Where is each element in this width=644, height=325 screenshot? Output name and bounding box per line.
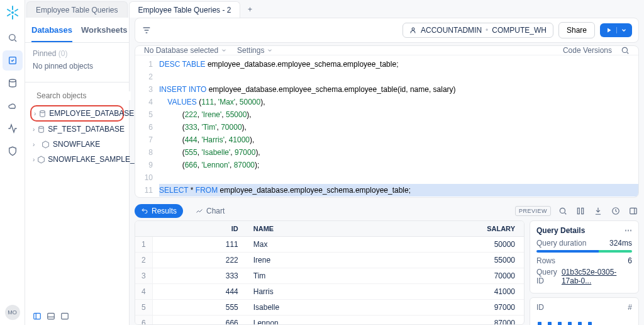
panel-bottom-icon[interactable]	[47, 312, 55, 321]
chart-icon	[196, 207, 203, 215]
panel-icon[interactable]	[60, 312, 69, 321]
worksheets-icon[interactable]	[3, 50, 23, 71]
databases-icon[interactable]	[3, 73, 23, 93]
columns-icon[interactable]	[575, 205, 586, 217]
query-id-link[interactable]: 01b3c52e-0305-17ab-0...	[562, 268, 632, 285]
snowflake-logo	[5, 5, 20, 20]
filter-icon[interactable]	[142, 25, 152, 35]
svg-rect-16	[62, 313, 69, 319]
search-icon[interactable]	[621, 46, 630, 55]
settings-select[interactable]: Settings	[237, 46, 273, 55]
footer-icons	[25, 310, 69, 322]
svg-point-6	[39, 126, 44, 128]
tab-chart[interactable]: Chart	[189, 204, 231, 218]
pinned-label: Pinned (0)	[33, 49, 121, 58]
nav-rail: MO	[0, 0, 25, 325]
query-details-card: Query Details⋯ Query duration324ms Rows6…	[530, 220, 639, 294]
search-icon[interactable]	[557, 205, 569, 217]
sql-editor[interactable]: 123456789101112 DESC TABLE employee_data…	[135, 55, 638, 198]
results-grid[interactable]: IDNAMESALARY1111Max500002222Irene5500033…	[135, 220, 525, 325]
object-browser: Databases Worksheets Pinned (0) No pinne…	[25, 18, 130, 325]
share-button[interactable]: Share	[558, 22, 595, 38]
code-versions-link[interactable]: Code Versions	[563, 46, 612, 55]
return-icon	[141, 207, 148, 215]
histogram-card: ID# 111666	[530, 297, 639, 325]
tab-worksheets[interactable]: Worksheets	[81, 18, 127, 42]
worksheet-tab[interactable]: Employee Table Queries	[26, 1, 128, 18]
play-icon	[605, 26, 613, 34]
add-tab-button[interactable]: +	[242, 1, 258, 18]
tab-results[interactable]: Results	[135, 204, 183, 218]
activity-icon[interactable]	[3, 118, 23, 139]
run-button[interactable]	[600, 23, 632, 37]
db-context-select[interactable]: No Database selected	[144, 46, 227, 55]
svg-point-8	[622, 47, 627, 52]
chevron-down-icon[interactable]	[616, 27, 627, 33]
worksheet-tab[interactable]: Employee Table Queries - 2	[129, 1, 241, 18]
more-icon[interactable]: ⋯	[625, 226, 632, 235]
table-row[interactable]: 1111Max50000	[135, 237, 524, 253]
preview-badge: PREVIEW	[515, 206, 551, 216]
table-row[interactable]: 2222Irene55000	[135, 253, 524, 268]
tree-item-database[interactable]: ›SF_TEST_DATABASE	[30, 122, 124, 137]
search-input[interactable]	[36, 91, 131, 100]
panel-left-icon[interactable]	[33, 312, 42, 321]
svg-point-0	[11, 11, 14, 14]
svg-rect-11	[582, 208, 584, 214]
download-icon[interactable]	[592, 205, 604, 217]
search-icon[interactable]	[3, 28, 23, 48]
panel-icon[interactable]	[628, 205, 639, 217]
table-row[interactable]: 6666Lennon87000	[135, 316, 524, 326]
cloud-icon[interactable]	[3, 96, 23, 116]
table-row[interactable]: 5555Isabelle97000	[135, 300, 524, 316]
tree-item-database[interactable]: ›SNOWFLAKE	[30, 137, 124, 152]
user-icon	[409, 26, 417, 34]
svg-point-9	[560, 208, 565, 213]
tree-item-database[interactable]: ›EMPLOYEE_DATABASE	[30, 105, 124, 122]
no-pinned-text: No pinned objects	[33, 62, 121, 71]
hash-icon: #	[628, 303, 632, 312]
chevron-down-icon	[221, 47, 227, 54]
svg-point-3	[9, 79, 16, 82]
table-row[interactable]: 4444Harris41000	[135, 284, 524, 300]
duration-bar	[536, 250, 632, 253]
avatar[interactable]: MO	[5, 305, 20, 320]
chevron-down-icon	[267, 47, 273, 54]
svg-point-5	[40, 110, 45, 112]
history-icon[interactable]	[610, 205, 621, 217]
svg-rect-14	[34, 313, 41, 319]
worksheet-toolbar: ACCOUNTADMIN • COMPUTE_WH Share	[135, 18, 639, 43]
svg-rect-10	[577, 208, 579, 214]
svg-rect-15	[48, 313, 55, 319]
svg-rect-13	[630, 208, 637, 214]
svg-point-7	[412, 28, 414, 30]
svg-point-1	[9, 35, 14, 40]
role-warehouse-select[interactable]: ACCOUNTADMIN • COMPUTE_WH	[402, 23, 553, 38]
tab-databases[interactable]: Databases	[31, 18, 72, 42]
tree-item-database[interactable]: ›SNOWFLAKE_SAMPLE_DA...	[30, 152, 124, 167]
shield-icon[interactable]	[3, 141, 23, 161]
table-row[interactable]: 3333Tim70000	[135, 268, 524, 284]
